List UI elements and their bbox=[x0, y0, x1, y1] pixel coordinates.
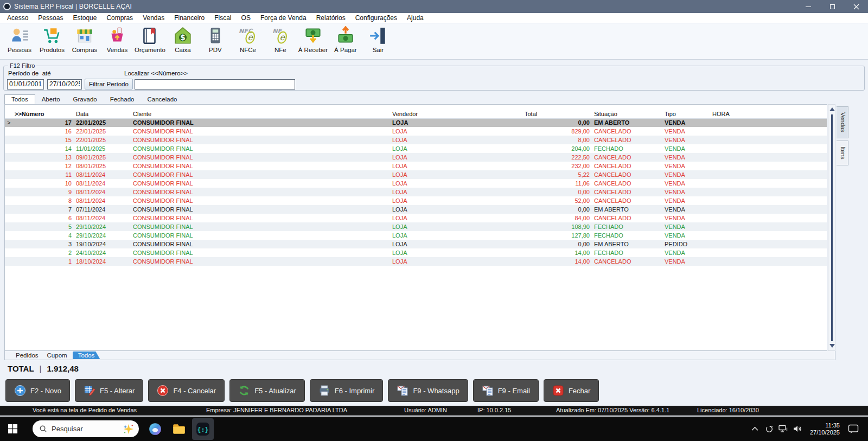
menu-item-estoque[interactable]: Estoque bbox=[68, 13, 101, 23]
menu-item-ajuda[interactable]: Ajuda bbox=[402, 13, 429, 23]
minimize-button[interactable] bbox=[796, 0, 820, 13]
column-header-vendedor[interactable]: Vendedor bbox=[390, 110, 522, 118]
notifications-icon[interactable] bbox=[847, 424, 859, 434]
side-tab-vendas[interactable]: Vendas bbox=[837, 106, 848, 138]
scroll-up-arrow-icon[interactable] bbox=[829, 107, 835, 111]
network-icon[interactable] bbox=[777, 425, 789, 433]
toolbar-button-pessoas[interactable]: Pessoas bbox=[3, 25, 36, 54]
start-button[interactable] bbox=[0, 417, 25, 441]
column-header-data[interactable]: Data bbox=[74, 110, 131, 118]
order-row-6[interactable]: 608/11/2024CONSUMIDOR FINALLOJA84,00CANC… bbox=[5, 214, 827, 222]
date-to-input[interactable] bbox=[47, 79, 82, 90]
filter-tab-aberto[interactable]: Aberto bbox=[35, 95, 67, 104]
column-header-tipo[interactable]: Tipo bbox=[662, 110, 710, 118]
column-header-cliente[interactable]: Cliente bbox=[131, 110, 390, 118]
toolbar-button-caixa[interactable]: $Caixa bbox=[167, 25, 199, 54]
volume-icon[interactable] bbox=[792, 425, 803, 433]
toolbar-button-nfe[interactable]: NFeNFe bbox=[264, 25, 297, 54]
filter-tab-fechado[interactable]: Fechado bbox=[104, 95, 141, 104]
bottom-tab-cupom[interactable]: Cupom bbox=[44, 352, 71, 359]
taskbar-app-erp-app[interactable]: {:} bbox=[192, 418, 214, 440]
menu-item-financeiro[interactable]: Financeiro bbox=[169, 13, 209, 23]
order-row-10[interactable]: 1008/11/2024CONSUMIDOR FINALLOJA11,06CAN… bbox=[5, 179, 827, 188]
taskbar-search[interactable]: Pesquisar bbox=[33, 420, 139, 437]
order-row-3[interactable]: 319/10/2024CONSUMIDOR FINALLOJA0,00EM AB… bbox=[5, 240, 827, 248]
order-row-8[interactable]: 808/11/2024CONSUMIDOR FINALLOJA52,00CANC… bbox=[5, 196, 827, 205]
toolbar-button-produtos[interactable]: Produtos bbox=[36, 25, 68, 54]
column-header-nu-mero[interactable]: >>Número bbox=[12, 110, 74, 118]
order-row-16[interactable]: 1622/01/2025CONSUMIDOR FINALLOJA829,00CA… bbox=[5, 127, 827, 136]
cell-cliente: CONSUMIDOR FINAL bbox=[131, 231, 390, 240]
bottom-tab-pedidos[interactable]: Pedidos bbox=[12, 352, 42, 359]
menu-item-forc-a-de-venda[interactable]: Força de Venda bbox=[256, 13, 311, 23]
action-button-f4-cancelar[interactable]: F4 - Cancelar bbox=[148, 379, 225, 402]
cell-cliente: CONSUMIDOR FINAL bbox=[131, 205, 390, 214]
taskbar-app-file-explorer[interactable] bbox=[168, 418, 190, 440]
order-row-11[interactable]: 1108/11/2024CONSUMIDOR FINALLOJA5,22CANC… bbox=[5, 170, 827, 179]
cell-total: 204,00 bbox=[522, 144, 592, 153]
order-row-12[interactable]: 1208/01/2025CONSUMIDOR FINALLOJA232,00CA… bbox=[5, 162, 827, 170]
taskbar-clock[interactable]: 11:35 27/10/2025 bbox=[810, 422, 840, 436]
close-button[interactable] bbox=[844, 0, 868, 13]
row-selector-cell bbox=[5, 127, 12, 136]
action-button-f2-novo[interactable]: F2 - Novo bbox=[5, 379, 70, 402]
column-header-hora[interactable]: HORA bbox=[710, 110, 752, 118]
menu-item-pessoas[interactable]: Pessoas bbox=[33, 13, 68, 23]
menu-item-configurac-o-es[interactable]: Configurações bbox=[350, 13, 402, 23]
cell-numero: 15 bbox=[12, 136, 74, 144]
filter-tab-todos[interactable]: Todos bbox=[4, 94, 35, 104]
action-button-fechar[interactable]: Fechar bbox=[544, 379, 599, 402]
action-button-f9-whatsapp[interactable]: F9 - Whatsapp bbox=[388, 379, 468, 402]
menu-item-fiscal[interactable]: Fiscal bbox=[209, 13, 236, 23]
order-row-7[interactable]: 707/11/2024CONSUMIDOR FINALLOJA0,00EM AB… bbox=[5, 205, 827, 214]
action-button-f6-imprimir[interactable]: F6 - Imprimir bbox=[310, 379, 384, 402]
order-row-9[interactable]: 908/11/2024CONSUMIDOR FINALLOJA0,00CANCE… bbox=[5, 188, 827, 196]
scroll-down-arrow-icon[interactable] bbox=[829, 344, 835, 348]
menu-item-compras[interactable]: Compras bbox=[101, 13, 138, 23]
order-row-1[interactable]: 118/10/2024CONSUMIDOR FINALLOJA14,00CANC… bbox=[5, 257, 827, 266]
toolbar-button-sair[interactable]: Sair bbox=[362, 25, 394, 54]
sync-icon[interactable] bbox=[763, 425, 775, 433]
toolbar-button-compras[interactable]: Compras bbox=[68, 25, 101, 54]
search-number-input[interactable] bbox=[135, 79, 295, 90]
order-row-14[interactable]: 1411/01/2025CONSUMIDOR FINALLOJA204,00FE… bbox=[5, 144, 827, 153]
action-button-f5-atualizar[interactable]: F5 - Atualizar bbox=[229, 379, 305, 402]
cell-data: 29/10/2024 bbox=[74, 231, 131, 240]
toolbar-button-nfce[interactable]: NFCeNFCe bbox=[232, 25, 264, 54]
order-row-5[interactable]: 529/10/2024CONSUMIDOR FINALLOJA108,90FEC… bbox=[5, 222, 827, 231]
grid-vertical-scrollbar[interactable] bbox=[828, 104, 835, 351]
filter-tab-cancelado[interactable]: Cancelado bbox=[141, 95, 183, 104]
menu-item-relato-rios[interactable]: Relatórios bbox=[311, 13, 350, 23]
action-button-f9-email[interactable]: F9 - Email bbox=[473, 379, 539, 402]
toolbar-button-a-pagar[interactable]: Á Pagar bbox=[329, 25, 362, 54]
scrollbar-thumb[interactable] bbox=[831, 114, 833, 341]
menu-item-vendas[interactable]: Vendas bbox=[138, 13, 169, 23]
column-header-situac-a-o[interactable]: Situação bbox=[592, 110, 662, 118]
menu-item-acesso[interactable]: Acesso bbox=[2, 13, 33, 23]
toolbar-button-vendas[interactable]: Vendas bbox=[101, 25, 133, 54]
maximize-button[interactable] bbox=[820, 0, 844, 13]
taskbar-app-copilot[interactable] bbox=[144, 418, 166, 440]
date-from-input[interactable] bbox=[7, 79, 44, 90]
action-button-f5-alterar[interactable]: F5 - Alterar bbox=[75, 379, 143, 402]
cell-cliente: CONSUMIDOR FINAL bbox=[131, 179, 390, 188]
order-row-17[interactable]: >1722/01/2025CONSUMIDOR FINALLOJA0,00EM … bbox=[5, 118, 827, 127]
cell-cliente: CONSUMIDOR FINAL bbox=[131, 153, 390, 162]
cell-filler bbox=[752, 222, 827, 231]
toolbar-button-pdv[interactable]: PDV bbox=[199, 25, 232, 54]
column-header-total[interactable]: Total bbox=[522, 110, 592, 118]
order-row-4[interactable]: 429/10/2024CONSUMIDOR FINALLOJA127,80FEC… bbox=[5, 231, 827, 240]
side-tab-itens[interactable]: Itens bbox=[837, 140, 848, 165]
toolbar-button-a-receber[interactable]: Á Receber bbox=[297, 25, 329, 54]
filter-tab-gravado[interactable]: Gravado bbox=[67, 95, 104, 104]
menu-item-os[interactable]: OS bbox=[237, 13, 256, 23]
toolbar-button-orc-amento[interactable]: Orçamento bbox=[133, 25, 167, 54]
chevron-up-icon[interactable] bbox=[749, 426, 761, 431]
filter-period-button[interactable]: Filtrar Período bbox=[85, 79, 133, 90]
order-row-2[interactable]: 224/10/2024CONSUMIDOR FINALLOJA14,00FECH… bbox=[5, 248, 827, 257]
order-row-15[interactable]: 1522/01/2025CONSUMIDOR FINALLOJA8,00CANC… bbox=[5, 136, 827, 144]
bottom-tab-todos[interactable]: Todos bbox=[73, 351, 100, 359]
orders-grid-panel: >>NúmeroDataClienteVendedorTotalSituação… bbox=[4, 104, 827, 351]
cell-data: 08/11/2024 bbox=[74, 196, 131, 205]
order-row-13[interactable]: 1309/01/2025CONSUMIDOR FINALLOJA222,50CA… bbox=[5, 153, 827, 162]
